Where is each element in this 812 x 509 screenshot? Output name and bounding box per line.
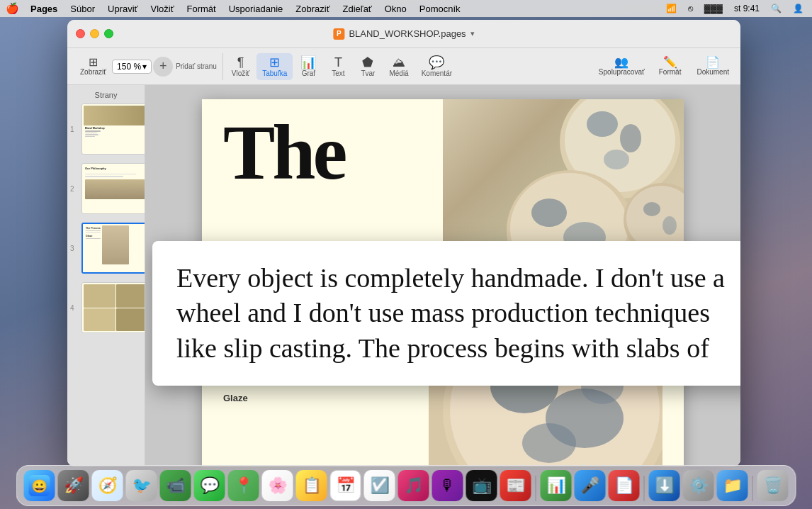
media-icon: ⛰ [393, 56, 405, 69]
traffic-lights [76, 29, 113, 38]
collab-button[interactable]: 👥 Spolupracovať [593, 55, 650, 78]
collab-label: Spolupracovať [599, 68, 645, 76]
dock-sysprefs[interactable]: ⚙️ [683, 470, 714, 501]
dock-trash[interactable]: 🗑️ [757, 470, 789, 501]
page-body: The Process Every object is completely h… [202, 262, 684, 466]
zoom-control[interactable]: 150 % ▾ [112, 60, 152, 74]
dock-finder2[interactable]: 📁 [717, 470, 748, 501]
page-top-photo-inner [443, 99, 684, 262]
page-number-1: 1 [70, 125, 74, 133]
dock-calendar[interactable]: 📅 [330, 470, 361, 501]
dock-reminders[interactable]: ☑️ [364, 470, 395, 501]
dock-separator [536, 476, 536, 501]
comment-icon: 💬 [429, 56, 444, 69]
dock-pages[interactable]: 📄 [609, 470, 640, 501]
close-button[interactable] [76, 29, 85, 38]
body-text-column: The Process Every object is completely h… [223, 276, 415, 466]
dock-podcasts[interactable]: 🎙 [432, 470, 463, 501]
dock-messages[interactable]: 💬 [194, 470, 225, 501]
document-icon: 📄 [706, 57, 720, 68]
page-thumbnail-wrapper-1: 1 Bland Workshop [70, 104, 142, 155]
dock-numbers[interactable]: 📊 [541, 470, 572, 501]
format-label: Formát [659, 68, 682, 76]
menubar-wifi: 📶 [663, 4, 680, 13]
dock-photos[interactable]: 🌸 [262, 470, 293, 501]
page-number-3: 3 [70, 245, 74, 252]
comment-button[interactable]: 💬 Komentár [416, 53, 458, 80]
apple-menu[interactable]: 🍎 [6, 2, 19, 15]
menubar-time: st 9:41 [731, 4, 762, 13]
media-label: Médiá [389, 69, 408, 77]
page-number-4: 4 [70, 304, 74, 312]
view-button[interactable]: ⊞ Zobraziť [76, 55, 111, 78]
dock-tv[interactable]: 📺 [466, 470, 497, 501]
menubar-pomocnik[interactable]: Pomocník [414, 2, 466, 16]
document-tab-button[interactable]: 📄 Dokument [691, 55, 735, 78]
dock-facetime[interactable]: 📹 [160, 470, 191, 501]
document-page: The [202, 99, 684, 466]
format-icon: ✏️ [663, 57, 677, 68]
page-thumbnail-wrapper-3: 3 The Process Glaze [70, 223, 142, 274]
dock-keynote[interactable]: 🎤 [575, 470, 606, 501]
add-page-button[interactable]: + [153, 57, 173, 77]
menubar-zobrazit[interactable]: Zobraziť [290, 2, 335, 16]
menubar-pages[interactable]: Pages [25, 2, 63, 16]
menubar-airplay: ⎋ [685, 4, 696, 13]
shape-label: Tvar [361, 69, 375, 77]
page-thumb-3[interactable]: The Process Glaze [81, 223, 145, 274]
panel-tab-buttons: ✏️ Formát 📄 Dokument [653, 55, 735, 78]
table-label: Tabuľka [262, 69, 287, 77]
content-area[interactable]: The [145, 85, 740, 466]
minimize-button[interactable] [90, 29, 99, 38]
text-button[interactable]: T Text [324, 53, 352, 80]
dock-news[interactable]: 📰 [500, 470, 531, 501]
glaze-heading: Glaze [223, 391, 415, 406]
menubar-vlozit[interactable]: Vložiť [145, 2, 179, 16]
zoom-value: 150 % [117, 62, 141, 72]
shape-button[interactable]: ⬟ Tvar [354, 53, 382, 80]
page-top-section: The [202, 99, 684, 262]
page-headline: The [202, 99, 443, 262]
toolbar-right: 👥 Spolupracovať ✏️ Formát 📄 Dokument [593, 55, 735, 78]
dock-safari[interactable]: 🧭 [92, 470, 123, 501]
dock-notes[interactable]: 📋 [296, 470, 327, 501]
insert-label: Vložiť [232, 69, 249, 77]
dock-finder[interactable]: 😀 [24, 470, 55, 501]
menubar-search[interactable]: 🔍 [768, 4, 784, 13]
table-button[interactable]: ⊞ Tabuľka [256, 53, 293, 80]
pages-window: P BLAND_WORKSHOP.pages ▾ ⊞ Zobraziť 150 … [67, 20, 740, 466]
sidebar-title: Strany [70, 91, 142, 99]
text-icon: T [334, 56, 342, 69]
menubar-right: 📶 ⎋ ▓▓▓ st 9:41 🔍 👤 [663, 4, 806, 13]
menubar-upravit[interactable]: Upraviť [102, 2, 143, 16]
fullscreen-button[interactable] [104, 29, 113, 38]
page-thumb-2[interactable]: Our Philosophy [81, 163, 145, 214]
menubar-subor[interactable]: Súbor [64, 2, 101, 16]
window-title-arrow[interactable]: ▾ [470, 29, 475, 38]
menubar-okno[interactable]: Okno [379, 2, 412, 16]
process-heading: The Process [223, 276, 415, 292]
page-thumb-4[interactable] [81, 282, 145, 333]
format-tab-button[interactable]: ✏️ Formát [653, 55, 687, 78]
body-photo-column [429, 276, 662, 466]
media-button[interactable]: ⛰ Médiá [383, 53, 414, 80]
dock-music[interactable]: 🎵 [398, 470, 429, 501]
menubar-zdielat[interactable]: Zdieľať [337, 2, 378, 16]
page-number-2: 2 [70, 185, 74, 193]
dock-appstore[interactable]: ⬇️ [649, 470, 680, 501]
dock-maps[interactable]: 📍 [228, 470, 259, 501]
page-thumb-1[interactable]: Bland Workshop [81, 104, 145, 155]
insert-button[interactable]: ¶ Vložiť [226, 53, 255, 80]
sidebar[interactable]: Strany 1 Bland Workshop [67, 85, 145, 466]
window-title: BLAND_WORKSHOP.pages [349, 28, 466, 39]
menubar-format[interactable]: Formát [181, 2, 222, 16]
dock-birdwatch[interactable]: 🐦 [126, 470, 157, 501]
document-label: Dokument [697, 68, 729, 76]
svg-point-12 [643, 202, 660, 216]
chart-button[interactable]: 📊 Graf [294, 53, 322, 80]
chart-icon: 📊 [300, 56, 316, 69]
menubar-user[interactable]: 👤 [790, 4, 806, 13]
svg-point-2 [587, 111, 618, 137]
dock-launchpad[interactable]: 🚀 [58, 470, 89, 501]
menubar-usporiadanie[interactable]: Usporiadanie [223, 2, 289, 16]
